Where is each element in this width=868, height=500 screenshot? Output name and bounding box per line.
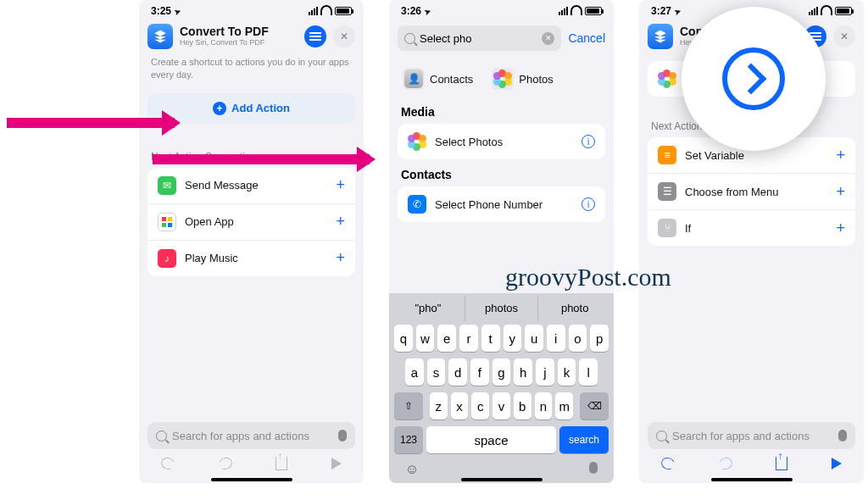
- close-button[interactable]: ✕: [833, 25, 855, 47]
- suggestions-list: ✉︎ Send Message + Open App + ♪ Play Musi…: [147, 168, 355, 276]
- photos-icon: [658, 69, 676, 88]
- add-icon: +: [336, 176, 345, 194]
- undo-icon[interactable]: [159, 456, 176, 472]
- space-key[interactable]: space: [426, 426, 556, 453]
- cancel-button[interactable]: Cancel: [568, 31, 605, 45]
- search-header: Select pho ✕ Cancel: [389, 19, 614, 59]
- key-w[interactable]: w: [416, 325, 435, 352]
- wifi-icon: [821, 7, 832, 15]
- key-v[interactable]: v: [492, 392, 510, 419]
- info-icon[interactable]: i: [581, 197, 595, 211]
- redo-icon[interactable]: [717, 456, 734, 472]
- search-key[interactable]: search: [559, 426, 609, 453]
- key-d[interactable]: d: [448, 358, 467, 386]
- chevron-right-icon: [722, 47, 785, 110]
- add-icon: +: [336, 249, 345, 267]
- screen-2: 3:26 Select pho ✕ Cancel 👤 Contacts: [389, 0, 614, 483]
- clear-icon[interactable]: ✕: [542, 32, 554, 45]
- key-b[interactable]: b: [514, 392, 531, 419]
- key-k[interactable]: k: [558, 358, 576, 386]
- undo-icon[interactable]: [659, 456, 676, 472]
- search-bar[interactable]: Search for apps and actions: [147, 422, 355, 449]
- dictation-key[interactable]: [589, 462, 598, 474]
- key-t[interactable]: t: [481, 325, 500, 352]
- key-f[interactable]: f: [470, 358, 489, 386]
- list-item-label: Open App: [185, 215, 234, 228]
- kbd-suggestion[interactable]: photos: [465, 296, 539, 321]
- key-e[interactable]: e: [437, 325, 456, 352]
- action-select-photos[interactable]: Select Photos i: [398, 124, 605, 159]
- numbers-key[interactable]: 123: [394, 426, 423, 453]
- menu-icon: ☰: [658, 182, 676, 201]
- key-y[interactable]: y: [504, 325, 522, 352]
- search-placeholder: Search for apps and actions: [172, 430, 333, 442]
- category-photos[interactable]: Photos: [492, 68, 553, 90]
- kbd-suggestion[interactable]: "pho": [392, 296, 465, 321]
- svg-rect-0: [162, 217, 166, 221]
- category-label: Contacts: [430, 73, 473, 86]
- key-n[interactable]: n: [535, 392, 553, 419]
- key-q[interactable]: q: [394, 325, 413, 352]
- keyboard[interactable]: "pho" photos photo qwertyuiop asdfghjkl …: [389, 293, 614, 483]
- annotation-arrow: [153, 147, 388, 172]
- key-z[interactable]: z: [430, 392, 448, 419]
- clock: 3:26: [401, 5, 421, 17]
- key-m[interactable]: m: [555, 392, 573, 419]
- home-indicator: [211, 478, 292, 481]
- add-action-label: Add Action: [231, 102, 290, 114]
- key-j[interactable]: j: [536, 358, 554, 386]
- cellular-icon: [309, 7, 318, 15]
- play-icon[interactable]: [832, 458, 842, 469]
- add-icon: +: [836, 219, 845, 237]
- shift-key[interactable]: ⇧: [394, 392, 423, 419]
- keyboard-suggestions: "pho" photos photo: [392, 296, 611, 321]
- search-bar[interactable]: Search for apps and actions: [648, 422, 855, 449]
- close-button[interactable]: ✕: [333, 25, 355, 47]
- suggestions-list: ≡ Set Variable + ☰ Choose from Menu + ⑂ …: [648, 137, 855, 246]
- clock: 3:25: [151, 5, 171, 17]
- search-input[interactable]: Select pho ✕: [398, 25, 561, 51]
- zoom-callout: [682, 7, 826, 151]
- suggestion-send-message[interactable]: ✉︎ Send Message +: [147, 168, 355, 203]
- key-u[interactable]: u: [525, 325, 543, 352]
- phone-icon: ✆: [408, 195, 426, 214]
- plus-circle-icon: +: [213, 102, 226, 115]
- list-item-label: Choose from Menu: [685, 186, 779, 198]
- key-l[interactable]: l: [579, 358, 598, 386]
- key-p[interactable]: p: [590, 325, 609, 352]
- kbd-suggestion[interactable]: photo: [538, 296, 611, 321]
- key-o[interactable]: o: [569, 325, 587, 352]
- key-a[interactable]: a: [405, 358, 424, 386]
- key-c[interactable]: c: [471, 392, 489, 419]
- share-icon[interactable]: [776, 457, 787, 470]
- settings-pill-button[interactable]: [304, 25, 326, 47]
- screen-1: 3:25 Convert To PDF Hey Siri, Convert To…: [139, 0, 364, 483]
- key-i[interactable]: i: [547, 325, 565, 352]
- key-r[interactable]: r: [459, 325, 478, 352]
- suggestion-choose-from-menu[interactable]: ☰ Choose from Menu +: [648, 173, 855, 209]
- key-s[interactable]: s: [427, 358, 446, 386]
- home-indicator: [711, 478, 793, 481]
- redo-icon[interactable]: [217, 456, 234, 472]
- backspace-key[interactable]: ⌫: [580, 392, 609, 419]
- key-g[interactable]: g: [492, 358, 511, 386]
- wifi-icon: [320, 7, 332, 15]
- suggestion-if[interactable]: ⑂ If +: [648, 209, 855, 246]
- action-select-phone-number[interactable]: ✆ Select Phone Number i: [398, 186, 605, 222]
- key-h[interactable]: h: [514, 358, 532, 386]
- suggestion-play-music[interactable]: ♪ Play Music +: [147, 240, 355, 276]
- share-icon[interactable]: [275, 457, 287, 470]
- list-item-label: Select Photos: [435, 136, 503, 148]
- status-bar: 3:25: [139, 0, 364, 19]
- section-media: Media: [389, 97, 614, 124]
- category-contacts[interactable]: 👤 Contacts: [403, 68, 473, 90]
- play-icon[interactable]: [331, 458, 342, 469]
- emoji-key[interactable]: ☺: [405, 462, 419, 477]
- battery-icon: [585, 7, 602, 15]
- search-icon: [404, 33, 415, 44]
- suggestion-open-app[interactable]: Open App +: [147, 203, 355, 240]
- info-icon[interactable]: i: [581, 135, 595, 148]
- key-x[interactable]: x: [451, 392, 469, 419]
- shortcut-app-icon: [648, 24, 673, 49]
- list-item-label: Play Music: [185, 252, 238, 264]
